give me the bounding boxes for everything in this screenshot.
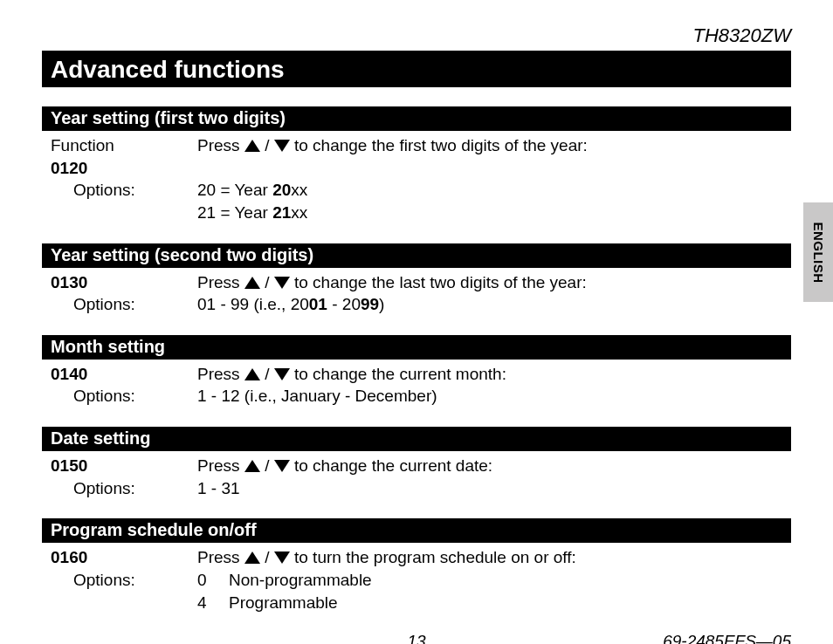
function-code: 0140 <box>51 365 87 383</box>
options-value: 20 = Year 20xx21 = Year 21xx <box>197 179 791 223</box>
option-label: Programmable <box>229 592 338 614</box>
press-prefix: Press <box>197 273 244 291</box>
options-label: Options: <box>42 293 197 316</box>
down-arrow-icon <box>274 460 290 472</box>
instruction-text: Press / to change the current month: <box>197 363 791 386</box>
section: Year setting (second two digits)0130Pres… <box>42 243 791 328</box>
instruction-suffix: to turn the program schedule on or off: <box>290 548 576 566</box>
option-label: Non-programmable <box>229 569 372 592</box>
arrow-separator: / <box>260 456 274 475</box>
options-value: 0Non-programmable4Programmable <box>197 569 791 613</box>
options-label: Options: <box>42 569 197 613</box>
options-value: 1 - 31 <box>197 477 791 500</box>
instruction-text: Press / to change the last two digits of… <box>197 271 791 294</box>
sections-container: Year setting (first two digits)Function0… <box>42 106 791 626</box>
down-arrow-icon <box>274 552 290 564</box>
up-arrow-icon <box>244 140 260 152</box>
options-label: Options: <box>42 179 197 223</box>
section: Month setting0140Press / to change the c… <box>42 335 791 420</box>
options-label: Options: <box>42 477 197 500</box>
function-code: 0130 <box>51 273 87 291</box>
language-tab: ENGLISH <box>803 202 833 302</box>
header-model: TH8320ZW <box>42 24 791 51</box>
section-title: Year setting (second two digits) <box>42 243 791 268</box>
option-code: 0 <box>197 569 229 592</box>
section-body: 0160Press / to turn the program schedule… <box>42 543 791 626</box>
options-value: 01 - 99 (i.e., 2001 - 2099) <box>197 293 791 316</box>
section: Program schedule on/off0160Press / to tu… <box>42 518 791 626</box>
option-line: 21 = Year 21xx <box>197 202 791 224</box>
function-code: 0150 <box>51 456 87 475</box>
arrow-separator: / <box>260 365 274 383</box>
section-body: Function0120Press / to change the first … <box>42 131 791 236</box>
instruction-suffix: to change the last two digits of the yea… <box>290 273 587 291</box>
function-code-cell: Function0120 <box>42 134 197 179</box>
function-code: 0120 <box>51 159 87 177</box>
instruction-text: Press / to change the current date: <box>197 455 791 477</box>
press-prefix: Press <box>197 548 244 566</box>
option-line: 20 = Year 20xx <box>197 179 791 202</box>
up-arrow-icon <box>244 277 260 289</box>
function-code: 0160 <box>51 548 87 566</box>
down-arrow-icon <box>274 277 290 289</box>
function-code-cell: 0160 <box>42 546 197 569</box>
section-title: Year setting (first two digits) <box>42 106 791 131</box>
instruction-suffix: to change the current date: <box>290 456 492 475</box>
section-body: 0150Press / to change the current date:O… <box>42 451 791 511</box>
press-prefix: Press <box>197 365 244 383</box>
down-arrow-icon <box>274 140 290 152</box>
instruction-suffix: to change the first two digits of the ye… <box>290 136 588 154</box>
instruction-suffix: to change the current month: <box>290 365 506 383</box>
section: Date setting0150Press / to change the cu… <box>42 427 791 511</box>
function-label: Function <box>51 136 114 154</box>
function-code-cell: 0130 <box>42 271 197 294</box>
option-line: 0Non-programmable <box>197 569 791 592</box>
section: Year setting (first two digits)Function0… <box>42 106 791 236</box>
function-code-cell: 0150 <box>42 455 197 477</box>
arrow-separator: / <box>260 136 274 154</box>
footer-doc-number: 69-2485EFS—05 <box>663 632 791 644</box>
option-code: 4 <box>197 592 229 614</box>
arrow-separator: / <box>260 548 274 566</box>
arrow-separator: / <box>260 273 274 291</box>
instruction-text: Press / to change the first two digits o… <box>197 134 791 179</box>
section-body: 0140Press / to change the current month:… <box>42 360 791 420</box>
section-title: Date setting <box>42 427 791 451</box>
up-arrow-icon <box>244 552 260 564</box>
instruction-text: Press / to turn the program schedule on … <box>197 546 791 569</box>
language-tab-label: ENGLISH <box>811 222 826 283</box>
down-arrow-icon <box>274 368 290 380</box>
press-prefix: Press <box>197 136 244 154</box>
section-body: 0130Press / to change the last two digit… <box>42 268 791 328</box>
section-title: Program schedule on/off <box>42 518 791 543</box>
option-line: 4Programmable <box>197 592 791 614</box>
page-title: Advanced functions <box>42 51 791 87</box>
options-value: 1 - 12 (i.e., January - December) <box>197 385 791 408</box>
press-prefix: Press <box>197 456 244 475</box>
section-title: Month setting <box>42 335 791 360</box>
up-arrow-icon <box>244 460 260 472</box>
options-label: Options: <box>42 385 197 408</box>
function-code-cell: 0140 <box>42 363 197 386</box>
up-arrow-icon <box>244 368 260 380</box>
